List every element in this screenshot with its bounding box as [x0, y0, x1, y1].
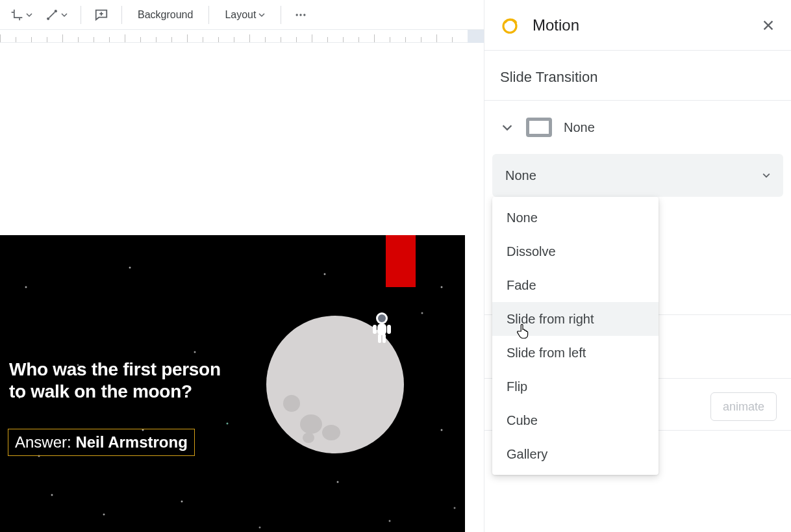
crop-icon — [10, 8, 23, 21]
crater — [283, 395, 300, 412]
transition-option[interactable]: Flip — [492, 370, 659, 403]
transition-option[interactable]: Slide from left — [492, 336, 659, 370]
section-title: Slide Transition — [484, 51, 791, 101]
svg-point-1 — [55, 10, 57, 12]
background-button[interactable]: Background — [130, 4, 201, 26]
svg-point-0 — [47, 17, 49, 19]
more-button[interactable] — [289, 4, 312, 26]
more-icon — [294, 8, 307, 21]
panel-title: Motion — [533, 16, 579, 34]
svg-line-2 — [49, 12, 55, 17]
slide-canvas[interactable]: Who was the first person to walk on the … — [0, 235, 465, 532]
transition-select[interactable]: None — [492, 154, 783, 197]
red-shape[interactable] — [386, 235, 416, 287]
transition-option[interactable]: Fade — [492, 268, 659, 302]
svg-rect-12 — [387, 325, 391, 334]
svg-rect-11 — [373, 325, 377, 334]
separator — [81, 6, 81, 24]
crater — [322, 425, 340, 440]
crop-dropdown[interactable] — [5, 4, 38, 26]
motion-icon — [500, 16, 520, 35]
astronaut-icon[interactable] — [370, 312, 394, 346]
svg-rect-13 — [378, 334, 381, 343]
ruler-margin — [468, 30, 484, 43]
motion-panel: Motion Slide Transition None None NoneDi… — [484, 0, 791, 532]
svg-point-9 — [378, 314, 386, 322]
current-transition-row[interactable]: None — [484, 101, 791, 154]
svg-rect-14 — [383, 334, 386, 343]
panel-header: Motion — [484, 0, 791, 51]
separator — [208, 6, 209, 24]
caret-down-icon — [762, 171, 770, 179]
transition-option[interactable]: Gallery — [492, 437, 659, 471]
canvas-area: Who was the first person to walk on the … — [0, 30, 484, 532]
select-value: None — [505, 168, 536, 183]
answer-textbox[interactable]: Answer: Neil Armstrong — [8, 429, 195, 456]
close-button[interactable] — [761, 18, 775, 32]
animate-button[interactable]: animate — [710, 392, 777, 421]
line-tool[interactable] — [40, 4, 73, 26]
crater — [300, 414, 322, 434]
transition-option[interactable]: Slide from right — [492, 302, 659, 336]
caret-down-icon — [258, 12, 265, 18]
question-text[interactable]: Who was the first person to walk on the … — [9, 359, 221, 402]
comment-icon — [94, 8, 108, 22]
svg-rect-10 — [377, 323, 386, 335]
caret-down-icon — [61, 12, 68, 18]
separator — [281, 6, 281, 24]
svg-point-6 — [300, 14, 302, 16]
layout-button[interactable]: Layout — [217, 4, 273, 26]
close-icon — [761, 18, 775, 32]
transition-dropdown: NoneDissolveFadeSlide from rightSlide fr… — [492, 197, 659, 475]
comment-button[interactable] — [89, 4, 114, 26]
ruler[interactable] — [0, 30, 484, 43]
transition-option[interactable]: Cube — [492, 403, 659, 437]
slide-thumb-icon — [526, 118, 552, 137]
transition-option[interactable]: None — [492, 201, 659, 234]
svg-point-7 — [304, 14, 306, 16]
chevron-down-icon — [500, 120, 514, 134]
svg-point-5 — [296, 14, 298, 16]
caret-down-icon — [26, 12, 32, 18]
crater — [303, 433, 314, 443]
line-icon — [45, 8, 58, 21]
separator — [121, 6, 122, 24]
current-transition-value: None — [564, 120, 595, 135]
transition-option[interactable]: Dissolve — [492, 234, 659, 268]
